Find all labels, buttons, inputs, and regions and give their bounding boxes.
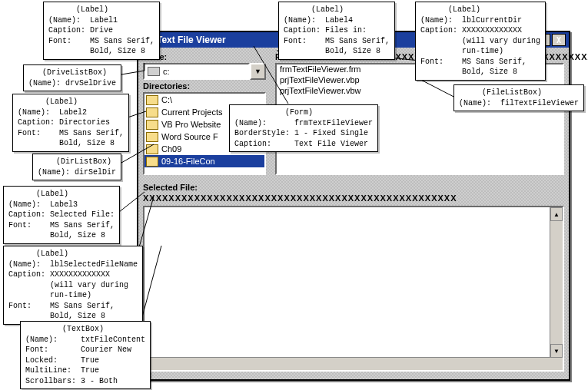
callout-lblcurrentdir: (Label) (Name): lblCurrentDir Caption: X… bbox=[415, 2, 546, 81]
label-directories: Directories: bbox=[143, 81, 190, 91]
dir-row-selected: 09-16-FileCon bbox=[145, 155, 264, 167]
dir-label: 09-16-FileCon bbox=[161, 157, 215, 166]
text-file-content[interactable]: ▲ ▼ bbox=[143, 206, 564, 372]
callout-label2: (Label) (Name): Label2 Caption: Director… bbox=[12, 94, 129, 152]
scroll-up-icon[interactable]: ▲ bbox=[550, 207, 563, 221]
callout-label1: (Label) (Name): Label1 Caption: Drive Fo… bbox=[43, 2, 160, 60]
callout-lblselected: (Label) (Name): lblSelectedFileName Capt… bbox=[3, 246, 143, 325]
callout-label3: (Label) (Name): Label3 Caption: Selected… bbox=[3, 186, 120, 244]
callout-form: (Form) (Name): frmTextFileViewer BorderS… bbox=[229, 104, 378, 152]
window-title: Text File Viewer bbox=[157, 35, 226, 45]
folder-icon bbox=[146, 95, 158, 105]
dir-label: C:\ bbox=[161, 95, 172, 104]
folder-icon bbox=[146, 157, 158, 167]
dir-label: VB Pro Website bbox=[161, 120, 221, 129]
close-button[interactable]: X bbox=[552, 34, 566, 46]
folder-icon bbox=[146, 132, 158, 142]
horizontal-scrollbar[interactable] bbox=[145, 357, 550, 370]
drive-listbox[interactable]: c: ▼ bbox=[143, 63, 266, 80]
drive-value: c: bbox=[163, 67, 170, 76]
callout-drivelistbox: (DriveListBox) (Name): drvSelDrive bbox=[23, 64, 121, 91]
drive-icon bbox=[148, 67, 160, 76]
callout-filelistbox: (FileListBox) (Name): filTextFileViewer bbox=[453, 84, 584, 111]
folder-icon bbox=[146, 107, 158, 117]
scroll-down-icon[interactable]: ▼ bbox=[550, 344, 563, 358]
callout-dirlistbox: (DirListBox) (Name): dirSelDir bbox=[32, 154, 121, 180]
dir-label: Ch09 bbox=[161, 144, 181, 154]
label-selected: Selected File: bbox=[143, 183, 198, 192]
folder-icon bbox=[146, 144, 158, 154]
chevron-down-icon: ▼ bbox=[254, 68, 261, 75]
dir-label: Current Projects bbox=[161, 107, 222, 117]
vertical-scrollbar[interactable]: ▲ ▼ bbox=[550, 207, 563, 370]
dropdown-button[interactable]: ▼ bbox=[250, 63, 266, 80]
form-window: Text File Viewer _ □ X Drive: Files in: … bbox=[137, 31, 570, 381]
label-selected-filename: XXXXXXXXXXXXXXXXXXXXXXXXXXXXXXXXXXXXXXXX… bbox=[143, 193, 457, 203]
dir-label: Word Source F bbox=[161, 132, 218, 141]
callout-label4: (Label) (Name): Label4 Caption: Files in… bbox=[278, 2, 395, 60]
callout-textbox: (TextBox) (Name): txtFileContent Font: C… bbox=[20, 321, 151, 389]
folder-icon bbox=[146, 120, 158, 130]
